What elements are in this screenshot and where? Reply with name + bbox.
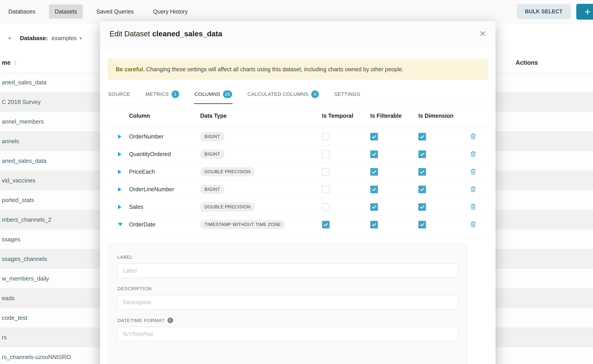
columns-table-header: Column Data Type Is Temporal Is Filterab… <box>108 104 488 128</box>
database-filter-value: examples <box>52 35 77 42</box>
dataset-name-link[interactable]: C 2018 Survey <box>2 98 41 105</box>
column-row: QuantityOrderedBIGINT <box>108 145 488 163</box>
data-type-pill: BIGINT <box>200 132 224 141</box>
add-dataset-button[interactable]: + <box>576 4 593 20</box>
is-filterable-checkbox[interactable] <box>370 133 378 141</box>
dataset-name-link[interactable]: rs_channels-uzooNNtSRO <box>2 354 71 361</box>
dataset-name-link[interactable]: rs <box>2 334 7 341</box>
tab-label: COLUMNS <box>195 91 220 97</box>
dataset-name-link[interactable]: ssages_channels <box>2 255 47 262</box>
column-row: OrderLineNumberBIGINT <box>108 181 488 198</box>
is-temporal-checkbox[interactable] <box>322 168 330 176</box>
warning-text: Changing these settings will affect all … <box>145 66 403 72</box>
sort-asc-icon: ▲ <box>14 60 17 63</box>
column-row: PriceEachDOUBLE PRECISION <box>108 163 488 181</box>
column-detail-panel: LABEL DESCRIPTION DATETIME FORMAT i <box>108 243 468 364</box>
is-temporal-checkbox[interactable] <box>322 221 330 228</box>
nav-item-datasets[interactable]: Datasets <box>49 5 83 19</box>
column-row: OrderDateTIMESTAMP WITHOUT TIME ZONE <box>108 216 488 234</box>
column-row: OrderNumberBIGINT <box>108 128 488 145</box>
is-filterable-checkbox[interactable] <box>370 150 378 158</box>
data-type-pill: TIMESTAMP WITHOUT TIME ZONE <box>200 220 285 229</box>
datetime-format-field: DATETIME FORMAT i <box>117 318 458 341</box>
sort-control[interactable]: ▲ ▼ <box>14 60 17 66</box>
nav-item-saved-queries[interactable]: Saved Queries <box>91 5 139 19</box>
header-is-dimension: Is Dimension <box>418 112 460 119</box>
dataset-name-link[interactable]: code_test <box>2 314 27 321</box>
expand-caret-icon[interactable] <box>118 205 121 209</box>
dataset-name-link[interactable]: ported_stats <box>2 197 34 204</box>
name-column-header: me <box>2 59 11 66</box>
modal-tabs: SOURCEMETRICS1COLUMNS25CALCULATED COLUMN… <box>108 85 488 104</box>
datetime-format-input[interactable] <box>117 327 458 341</box>
is-dimension-checkbox[interactable] <box>418 186 426 193</box>
description-field-label: DESCRIPTION <box>117 286 458 291</box>
delete-column-icon[interactable] <box>470 221 477 228</box>
modal-title: Edit Dataset cleaned_sales_data <box>109 30 222 38</box>
tab-source[interactable]: SOURCE <box>108 85 131 104</box>
dataset-name-link[interactable]: w_members_daily <box>2 275 49 282</box>
modal-title-dataset-name: cleaned_sales_data <box>152 30 222 38</box>
expand-caret-icon[interactable] <box>118 134 121 139</box>
is-filterable-checkbox[interactable] <box>370 186 378 193</box>
datetime-format-label-text: DATETIME FORMAT <box>117 318 165 323</box>
is-dimension-checkbox[interactable] <box>418 168 426 176</box>
description-input[interactable] <box>117 295 458 309</box>
expand-caret-icon[interactable] <box>118 152 121 156</box>
dataset-name-link[interactable]: annels <box>2 138 19 145</box>
data-type-pill: DOUBLE PRECISION <box>200 202 255 212</box>
is-temporal-checkbox[interactable] <box>322 133 330 141</box>
bulk-select-button[interactable]: BULK SELECT <box>517 4 571 19</box>
database-filter-label: Database: <box>20 35 48 42</box>
dataset-name-link[interactable]: aned_sales_data <box>2 79 46 86</box>
close-icon[interactable]: ✕ <box>479 30 486 38</box>
truncated-filter-caret-icon[interactable]: ▾ <box>8 35 11 41</box>
is-temporal-checkbox[interactable] <box>322 150 330 158</box>
is-dimension-checkbox[interactable] <box>418 133 426 141</box>
is-filterable-checkbox[interactable] <box>370 221 378 228</box>
is-dimension-checkbox[interactable] <box>418 221 426 228</box>
nav-item-query-history[interactable]: Query History <box>147 5 194 19</box>
tab-settings[interactable]: SETTINGS <box>334 85 361 104</box>
tab-columns[interactable]: COLUMNS25 <box>194 85 233 104</box>
delete-column-icon[interactable] <box>470 203 477 210</box>
database-filter-select[interactable]: examples ▾ <box>52 35 82 42</box>
header-is-filterable: Is Filterable <box>370 112 418 119</box>
tab-calculated-columns[interactable]: CALCULATED COLUMNS0 <box>247 85 320 104</box>
nav-item-databases[interactable]: Databases <box>2 5 41 19</box>
label-input[interactable] <box>117 263 458 278</box>
delete-column-icon[interactable] <box>470 150 477 157</box>
dataset-name-link[interactable]: eads <box>2 295 14 302</box>
is-filterable-checkbox[interactable] <box>370 168 378 176</box>
dataset-name-link[interactable]: ssages <box>2 236 20 243</box>
delete-column-icon[interactable] <box>470 185 477 193</box>
delete-column-icon[interactable] <box>470 168 477 175</box>
plus-icon: + <box>585 6 591 18</box>
is-dimension-checkbox[interactable] <box>418 150 426 158</box>
is-filterable-checkbox[interactable] <box>370 203 378 211</box>
data-type-pill: BIGINT <box>200 185 224 194</box>
collapse-caret-icon[interactable] <box>118 223 123 226</box>
caret-down-icon: ▾ <box>79 35 82 41</box>
dataset-name-link[interactable]: annel_members <box>2 118 44 125</box>
dataset-name-link[interactable]: vid_vaccines <box>2 177 35 184</box>
actions-column-header: Actions <box>516 59 538 66</box>
info-icon[interactable]: i <box>167 318 173 323</box>
data-type-pill: BIGINT <box>200 150 224 159</box>
dataset-name-link[interactable]: mbers_channels_2 <box>2 216 52 223</box>
tab-metrics[interactable]: METRICS1 <box>145 85 180 104</box>
expand-caret-icon[interactable] <box>118 187 121 192</box>
is-temporal-checkbox[interactable] <box>322 186 330 193</box>
column-name: Sales <box>129 204 200 210</box>
header-column: Column <box>129 112 200 119</box>
column-row: SalesDOUBLE PRECISION <box>108 198 488 216</box>
tab-label: SOURCE <box>108 91 130 97</box>
is-temporal-checkbox[interactable] <box>322 203 330 211</box>
is-dimension-checkbox[interactable] <box>418 203 426 211</box>
top-nav-bar: DatabasesDatasetsSaved QueriesQuery Hist… <box>0 0 593 23</box>
column-name: OrderNumber <box>129 133 200 140</box>
dataset-name-link[interactable]: aned_sales_data <box>2 157 46 164</box>
delete-column-icon[interactable] <box>470 133 477 140</box>
modal-title-prefix: Edit Dataset <box>109 30 150 38</box>
expand-caret-icon[interactable] <box>118 169 121 174</box>
